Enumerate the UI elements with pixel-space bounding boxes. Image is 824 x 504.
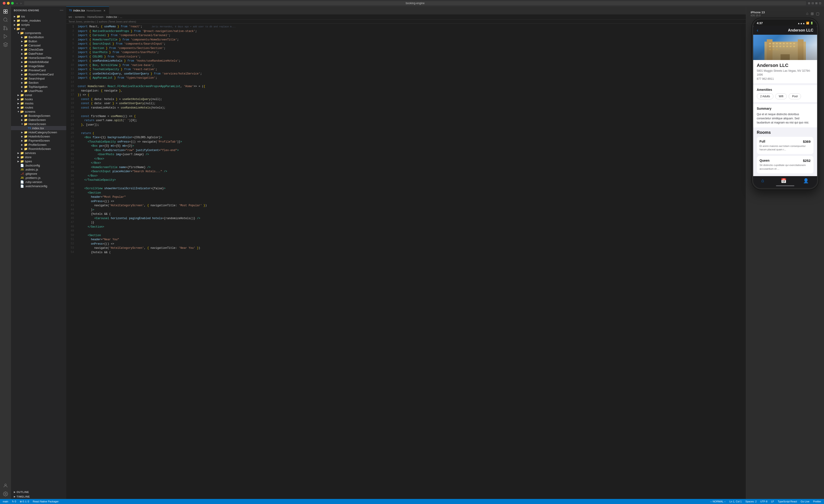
traffic-lights[interactable]	[3, 2, 14, 5]
activity-bar	[0, 6, 11, 499]
status-encoding[interactable]: UTF-8	[759, 500, 768, 503]
sidebar-item-previewcard[interactable]: ▶ 📁 PreviewCard	[11, 68, 66, 72]
sidebar-item-imageslider[interactable]: ▶ 📁 ImageSlider	[11, 64, 66, 68]
sidebar-item-carousel[interactable]: ▶ 📁 Carousel	[11, 43, 66, 47]
activity-search-icon[interactable]	[2, 17, 9, 23]
rotate-icon[interactable]: ⊞	[811, 11, 814, 16]
status-language[interactable]: TypeScript React	[777, 500, 798, 503]
phone-tab-home[interactable]: ⌂	[761, 178, 764, 184]
sidebar-more-icon[interactable]: ···	[60, 8, 64, 12]
room-header: Queen $252	[760, 159, 811, 163]
status-position[interactable]: Ln 1, Col 1	[729, 500, 743, 503]
status-prettier[interactable]: Prettier	[812, 500, 822, 503]
timeline-section-header[interactable]: ▶ TIMELINE	[11, 494, 66, 499]
sidebar-item-hotelinfoscreen[interactable]: ▶ 📁 HotelInfoScreen	[11, 134, 66, 138]
code-line-5: import { SearchInput } from 'components/…	[76, 42, 746, 46]
status-branch[interactable]: main	[2, 500, 9, 503]
sidebar-item-store[interactable]: ▶ 📁 store	[11, 155, 66, 159]
sidebar-item-ios[interactable]: ▶ 📁 ios	[11, 14, 66, 18]
sidebar-item-routes[interactable]: ▶ 📁 routes	[11, 105, 66, 109]
phone-tab-calendar[interactable]: 📅	[781, 178, 787, 184]
file-git-icon: ⎇	[20, 172, 24, 176]
sidebar-item-datepicker[interactable]: ▶ 📁 DatePicker	[11, 52, 66, 56]
sidebar-item-roompreviewcard[interactable]: ▶ 📁 RoomPreviewCard	[11, 72, 66, 76]
sidebar-item-index-tsx[interactable]: ▶ TS index.tsx	[11, 126, 66, 130]
sidebar-item-watchmanconfig[interactable]: ▶ 📄 .watchmanconfig	[11, 184, 66, 188]
sidebar-item-backbutton[interactable]: ▶ 📁 BackButton	[11, 35, 66, 39]
sidebar-item-topnavigation[interactable]: ▶ 📁 TopNavigation	[11, 85, 66, 89]
sidebar-item-searchinput[interactable]: ▶ 📁 SearchInput	[11, 76, 66, 81]
calendar-tab-icon: 📅	[781, 178, 787, 184]
sidebar-item-const[interactable]: ▶ 📁 const	[11, 93, 66, 97]
activity-explorer-icon[interactable]	[2, 8, 9, 15]
status-normal-mode: -- NORMAL --	[709, 500, 726, 503]
sidebar-item-roominfoscreen[interactable]: ▶ 📁 RoomInfoScreen	[11, 147, 66, 151]
sidebar-item-prettierrc[interactable]: ▶ JS .prettierrc.js	[11, 176, 66, 180]
tab-close-button[interactable]: ×	[103, 9, 106, 12]
sidebar-item-button[interactable]: ▶ 📁 Button	[11, 39, 66, 43]
folder-icon: 📁	[24, 47, 27, 51]
home-icon[interactable]: ⌂	[806, 11, 808, 16]
outline-section-header[interactable]: ▶ OUTLINE	[11, 490, 66, 494]
folder-icon: 📁	[20, 151, 24, 155]
status-react-native[interactable]: React Native Packager	[32, 500, 60, 503]
sidebar-item-buckconfig[interactable]: ▶ 📄 .buckconfig	[11, 163, 66, 167]
activity-extensions-icon[interactable]	[2, 41, 9, 48]
sidebar-item-node_modules[interactable]: ▶ 📁 node_modules	[11, 18, 66, 22]
folder-icon: 📁	[24, 147, 27, 150]
sidebar-item-services[interactable]: ▶ 📁 services	[11, 151, 66, 155]
folder-open-icon: 📂	[17, 27, 20, 30]
search-bar[interactable]: booking-engine	[24, 1, 806, 5]
code-content[interactable]: import React, { useMemo } from 'react';J…	[76, 24, 746, 499]
sidebar-item-section[interactable]: ▶ 📁 Section	[11, 81, 66, 85]
sidebar-item-types[interactable]: ▶ 📁 types	[11, 159, 66, 163]
sidebar-item-checkdate[interactable]: ▶ 📁 CheckDate	[11, 47, 66, 52]
maximize-button[interactable]	[11, 2, 14, 5]
collapse-arrow: ▶	[17, 101, 20, 105]
phone-tab-profile[interactable]: 👤	[803, 178, 809, 184]
status-sync[interactable]: ↻ 0	[11, 500, 17, 503]
code-line-39: <ScrollView showsVerticalScrollIndicator…	[76, 187, 746, 191]
sidebar-item-userphoto[interactable]: ▶ 📁 UserPhoto	[11, 89, 66, 93]
room-card-queen[interactable]: Queen $252 Sit distinctio cupiditate qui…	[757, 156, 813, 173]
room-card-full[interactable]: Full $369 Et animi maiores aut totam con…	[757, 137, 813, 154]
nav-buttons[interactable]: ‹ ›	[16, 1, 22, 5]
status-line-ending[interactable]: LF	[770, 500, 775, 503]
sidebar-item-hooks[interactable]: ▶ 📁 hooks	[11, 97, 66, 101]
back-button[interactable]: ‹	[16, 1, 19, 5]
tab-index-tsx[interactable]: TS index.tsx HomeScreen ×	[66, 6, 109, 14]
code-line-3: import { Carousel } from 'components/Car…	[76, 33, 746, 38]
sidebar-item-eslintrc[interactable]: ▶ JS .eslintrc.js	[11, 167, 66, 172]
sidebar-item-gitignore[interactable]: ▶ ⎇ .gitignore	[11, 172, 66, 176]
activity-settings-icon[interactable]	[2, 491, 9, 497]
folder-icon: 📁	[17, 14, 20, 18]
sidebar-item-mocks[interactable]: ▶ 📁 mocks	[11, 101, 66, 105]
activity-debug-icon[interactable]	[2, 33, 9, 39]
nav-back-button[interactable]: ‹	[757, 27, 758, 33]
status-errors[interactable]: ⊗ 0 ⚠ 0	[19, 500, 30, 503]
forward-button[interactable]: ›	[19, 1, 22, 5]
sidebar-item-paymentscreen[interactable]: ▶ 📁 PaymentScreen	[11, 138, 66, 142]
folder-icon: 📁	[24, 81, 27, 84]
sidebar-item-components[interactable]: ▼ 📂 components	[11, 31, 66, 35]
sidebar-item-datesscreen[interactable]: ▶ 📁 DatesScreen	[11, 118, 66, 122]
sidebar-item-src[interactable]: ▼ 📂 src	[11, 27, 66, 31]
activity-git-icon[interactable]	[2, 25, 9, 31]
close-button[interactable]	[3, 2, 5, 5]
minimize-button[interactable]	[7, 2, 10, 5]
activity-bar-bottom	[2, 482, 9, 499]
screenshot-icon[interactable]: ▢	[816, 11, 819, 16]
sidebar-item-hotelinfomodal[interactable]: ▶ 📁 HotelInfoModal	[11, 60, 66, 64]
activity-accounts-icon[interactable]	[2, 482, 9, 489]
sidebar-item-scripts[interactable]: ▶ 📁 scripts	[11, 22, 66, 27]
sidebar-item-screens[interactable]: ▼ 📂 screens	[11, 109, 66, 114]
sidebar-item-profilescreen[interactable]: ▶ 📁 ProfileScreen	[11, 142, 66, 147]
sidebar-item-homescreen[interactable]: ▼ 📂 HomeScreen	[11, 122, 66, 126]
sidebar-item-ruby-version[interactable]: ▶ 📄 .ruby-version	[11, 180, 66, 184]
folder-icon: 📁	[17, 23, 20, 26]
status-spaces[interactable]: Spaces: 2	[744, 500, 757, 503]
status-go-live[interactable]: Go Live	[800, 500, 810, 503]
sidebar-item-bookingsscreen[interactable]: ▶ 📁 BookingsScreen	[11, 114, 66, 118]
sidebar-item-hotelcategoryscreen[interactable]: ▶ 📁 HotelCategoryScreen	[11, 130, 66, 134]
sidebar-item-homescreentitle[interactable]: ▶ 📁 HomeScreenTitle	[11, 56, 66, 60]
